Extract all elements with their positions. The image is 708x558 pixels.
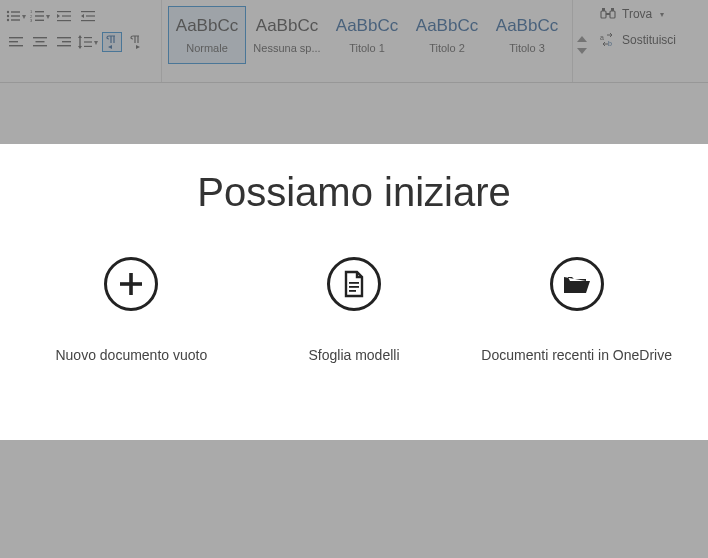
recent-onedrive-option[interactable]: Documenti recenti in OneDrive bbox=[465, 257, 688, 363]
plus-icon bbox=[104, 257, 158, 311]
start-panel: Possiamo iniziare Nuovo documento vuoto … bbox=[0, 144, 708, 440]
folder-open-icon bbox=[550, 257, 604, 311]
svg-rect-49 bbox=[349, 286, 359, 288]
document-icon bbox=[327, 257, 381, 311]
svg-rect-48 bbox=[349, 282, 359, 284]
browse-templates-label: Sfoglia modelli bbox=[308, 347, 399, 363]
new-blank-label: Nuovo documento vuoto bbox=[55, 347, 207, 363]
browse-templates-option[interactable]: Sfoglia modelli bbox=[243, 257, 466, 363]
svg-rect-47 bbox=[120, 282, 142, 286]
start-title: Possiamo iniziare bbox=[197, 170, 510, 215]
recent-onedrive-label: Documenti recenti in OneDrive bbox=[481, 347, 672, 363]
svg-rect-50 bbox=[349, 290, 356, 292]
new-blank-document-option[interactable]: Nuovo documento vuoto bbox=[20, 257, 243, 363]
start-options: Nuovo documento vuoto Sfoglia modelli Do… bbox=[0, 257, 708, 363]
